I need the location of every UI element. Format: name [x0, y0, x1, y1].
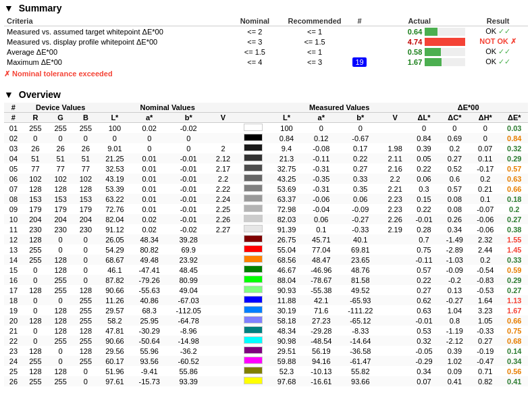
data-cell: -14.64	[340, 336, 381, 346]
color-swatch	[244, 296, 263, 303]
data-cell: 128	[48, 326, 73, 336]
data-cell: 0.01	[131, 163, 167, 174]
data-cell: 179	[48, 204, 73, 214]
color-swatch-cell	[237, 265, 270, 275]
hash-cell	[348, 47, 371, 57]
data-cell: -0.01	[408, 214, 439, 224]
data-cell: 0.21	[470, 184, 500, 194]
delta-e-cell: 1.45	[501, 244, 529, 255]
color-swatch-cell	[237, 204, 270, 214]
summary-row: Average ΔE*00<= 1.5<= 10.58OK ✓✓	[4, 47, 528, 57]
data-cell: 0	[73, 234, 98, 244]
data-cell: 11	[4, 224, 23, 234]
color-swatch-cell	[237, 295, 270, 305]
summary-title[interactable]: ▼ Summary	[4, 3, 528, 14]
data-cell: 0	[99, 133, 132, 143]
data-cell: 0.34	[408, 366, 439, 376]
data-cell: 53.39	[99, 184, 132, 194]
data-cell	[381, 133, 408, 143]
data-cell: 100	[270, 123, 303, 134]
actual-cell: 0.64	[371, 26, 468, 37]
data-cell: 0	[440, 123, 470, 134]
data-cell: 40.1	[340, 234, 381, 244]
data-cell: 72.76	[99, 204, 132, 214]
delta-e-cell: 0.32	[501, 143, 529, 153]
data-cell	[209, 336, 236, 346]
data-cell: 0.11	[470, 153, 500, 163]
sub-header: G	[48, 113, 73, 123]
data-cell: 49.48	[131, 255, 167, 265]
result-cell: NOT OK ✗	[468, 36, 528, 47]
data-cell: 51.96	[99, 366, 132, 376]
data-cell: 0.1	[303, 224, 340, 234]
data-cell: -0.2	[440, 275, 470, 285]
table-row: 0577777732.530.01-0.012.1732.75-0.310.27…	[4, 163, 528, 174]
data-cell: 0.02	[131, 214, 167, 224]
delta-e-cell: 0.14	[501, 346, 529, 356]
color-swatch-cell	[237, 133, 270, 143]
data-cell: 69.81	[340, 244, 381, 255]
color-swatch	[244, 265, 263, 273]
delta-e-cell: 0.27	[501, 214, 529, 224]
color-swatch	[244, 215, 263, 222]
data-cell: 2.19	[381, 224, 408, 234]
data-cell	[381, 123, 408, 134]
data-cell: 48.47	[303, 255, 340, 265]
data-cell: 97.61	[99, 376, 132, 386]
data-cell	[381, 234, 408, 244]
data-cell: 2.26	[381, 214, 408, 224]
data-cell: 0.17	[340, 143, 381, 153]
nominal-cell: <= 2	[229, 26, 282, 37]
data-cell: 230	[23, 224, 48, 234]
criteria-cell: Maximum ΔE*00	[4, 57, 229, 67]
delta-e-cell: 0.33	[501, 255, 529, 265]
data-cell: -16.61	[303, 376, 340, 386]
data-cell: 0.1	[470, 194, 500, 204]
data-cell: -78.67	[303, 275, 340, 285]
data-cell	[381, 315, 408, 326]
data-cell: 68.3	[131, 305, 167, 315]
summary-row: Measured vs. display profile whitepoint …	[4, 36, 528, 47]
data-cell: 128	[73, 346, 98, 356]
data-cell: 0.53	[408, 326, 439, 336]
table-row: 150128046.1-47.4148.4546.67-46.9648.760.…	[4, 265, 528, 275]
sub-header: b*	[167, 113, 209, 123]
data-cell: -0.17	[470, 163, 500, 174]
table-row: 0610210210243.190.01-0.012.243.25-0.350.…	[4, 174, 528, 184]
data-cell: 255	[23, 123, 48, 134]
nominal-cell: <= 4	[229, 57, 282, 67]
data-cell	[209, 255, 236, 265]
data-cell: 60.17	[99, 356, 132, 366]
color-swatch	[244, 225, 263, 232]
data-cell: 26	[73, 143, 98, 153]
sub-header: ΔC*	[440, 113, 470, 123]
hash-cell	[348, 36, 371, 47]
data-cell	[381, 326, 408, 336]
data-cell: 49.52	[340, 285, 381, 295]
data-cell: 0.2	[470, 255, 500, 265]
table-row: 160255087.82-79.2680.9988.04-78.6781.580…	[4, 275, 528, 285]
data-cell: 15	[4, 265, 23, 275]
data-cell: 0.52	[440, 163, 470, 174]
data-cell: 01	[4, 123, 23, 134]
data-cell: 255	[73, 305, 98, 315]
data-cell: 0	[73, 255, 98, 265]
table-row: 012552552551000.02-0.02100000000.03	[4, 123, 528, 134]
delta-e-cell: 0.66	[501, 184, 529, 194]
data-cell: -0.27	[340, 214, 381, 224]
delta-e-cell: 0.18	[501, 194, 529, 204]
data-cell: 58.18	[270, 315, 303, 326]
data-cell: 30.19	[270, 305, 303, 315]
table-row: 23128012829.5655.96-36.229.5156.19-36.58…	[4, 346, 528, 356]
data-cell: -0.01	[167, 194, 209, 204]
data-cell: -29.28	[303, 326, 340, 336]
data-cell: 59.88	[270, 356, 303, 366]
data-cell: 04	[4, 153, 23, 163]
delta-e-cell: 0.66	[501, 315, 529, 326]
data-cell: -0.31	[303, 163, 340, 174]
data-cell: 179	[23, 204, 48, 214]
overview-title[interactable]: ▼ Overview	[4, 89, 528, 100]
data-cell: 40.86	[131, 295, 167, 305]
data-cell: 51	[23, 153, 48, 163]
data-cell: 0	[48, 234, 73, 244]
